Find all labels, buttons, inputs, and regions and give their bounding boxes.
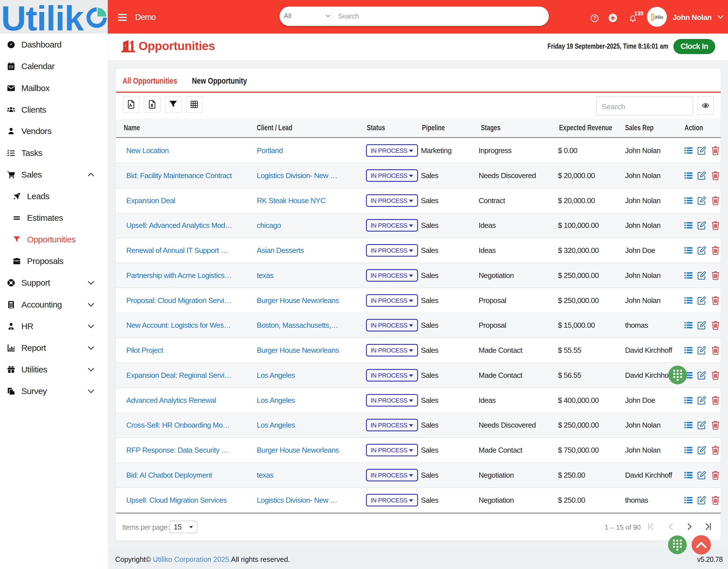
svg-text:Utiliko: Utiliko [654, 15, 663, 20]
